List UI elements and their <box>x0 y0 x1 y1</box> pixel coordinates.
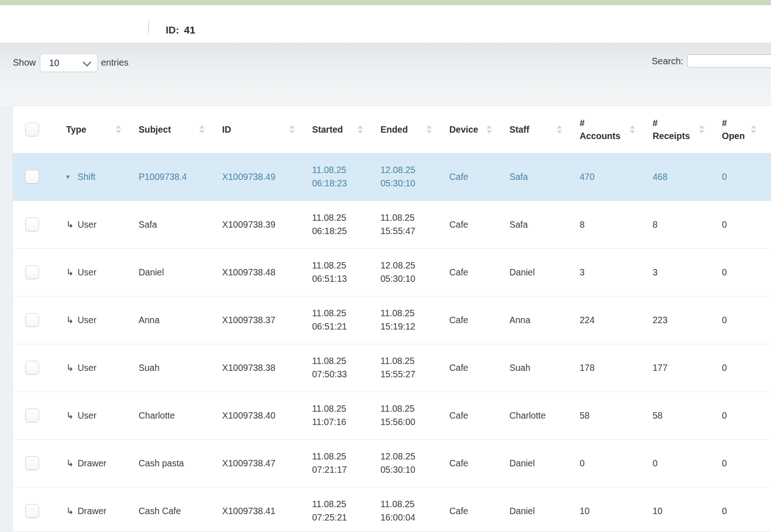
column-header-staff[interactable]: Staff <box>503 106 574 153</box>
column-header-started[interactable]: Started <box>306 106 374 153</box>
id-cell: X1009738.40 <box>216 392 306 439</box>
started-date: 11.08.25 <box>312 402 374 415</box>
column-header-accounts[interactable]: # Accounts <box>574 106 647 153</box>
started-date: 11.08.25 <box>312 498 374 511</box>
select-cell <box>13 392 60 439</box>
column-header-select <box>13 106 60 153</box>
header-separator <box>148 21 149 33</box>
started-date: 11.08.25 <box>312 354 374 368</box>
table-row[interactable]: UserSuahX1009738.3811.08.2507:50:3311.08… <box>13 344 771 392</box>
table-row[interactable]: ShiftP1009738.4X1009738.4911.08.2506:18:… <box>13 153 771 201</box>
row-checkbox[interactable] <box>25 409 39 422</box>
sort-icon[interactable] <box>289 125 295 134</box>
open-cell: 0 <box>716 248 771 296</box>
row-checkbox[interactable] <box>25 313 39 327</box>
type-cell: User <box>60 248 133 296</box>
row-checkbox[interactable] <box>25 170 39 184</box>
subject-cell: Safa <box>133 201 216 248</box>
ended-time: 16:00:04 <box>380 511 443 524</box>
branch-arrow-icon <box>66 410 78 421</box>
record-id-value: 41 <box>184 24 195 36</box>
column-header-id[interactable]: ID <box>216 106 306 153</box>
sort-icon[interactable] <box>486 125 492 134</box>
started-time: 06:18:23 <box>312 177 374 190</box>
started-cell: 11.08.2506:18:23 <box>306 153 374 201</box>
sort-icon[interactable] <box>630 125 635 134</box>
sort-icon[interactable] <box>699 125 704 134</box>
caret-down-icon[interactable] <box>66 173 78 181</box>
column-header-ended[interactable]: Ended <box>374 106 443 153</box>
column-header-open[interactable]: # Open <box>716 106 771 153</box>
ended-time: 15:55:27 <box>380 368 443 381</box>
sort-icon[interactable] <box>358 125 363 134</box>
sort-icon[interactable] <box>751 125 756 134</box>
id-cell: X1009738.38 <box>216 344 306 392</box>
table-row[interactable]: UserCharlotteX1009738.4011.08.2511:07:16… <box>13 392 771 439</box>
accounts-cell: 58 <box>574 392 647 439</box>
row-checkbox[interactable] <box>25 218 39 231</box>
type-label: User <box>78 363 96 373</box>
sort-down-arrow <box>630 130 635 134</box>
table-row[interactable]: DrawerCash CafeX1009738.4111.08.2507:25:… <box>13 487 771 532</box>
started-cell: 11.08.2506:51:21 <box>306 296 374 344</box>
sort-icon[interactable] <box>116 125 121 134</box>
subject-cell: Charlotte <box>133 392 216 439</box>
id-cell: X1009738.37 <box>216 296 306 344</box>
column-label: Staff <box>509 123 529 136</box>
id-cell: X1009738.48 <box>216 248 306 296</box>
search-input[interactable] <box>687 54 771 67</box>
branch-arrow-icon <box>66 267 78 278</box>
device-cell: Cafe <box>443 296 503 344</box>
type-label: User <box>78 267 96 277</box>
column-header-device[interactable]: Device <box>443 106 503 153</box>
sort-icon[interactable] <box>557 125 562 134</box>
table-row[interactable]: UserSafaX1009738.3911.08.2506:18:2511.08… <box>13 201 771 248</box>
row-checkbox[interactable] <box>25 361 39 375</box>
id-cell: X1009738.39 <box>216 201 306 248</box>
page-size-select[interactable]: 10 <box>40 54 98 72</box>
ended-time: 05:30:10 <box>380 177 443 190</box>
select-cell <box>13 248 60 296</box>
sort-icon[interactable] <box>426 125 432 134</box>
ended-date: 12.08.25 <box>380 163 443 177</box>
sort-icon[interactable] <box>199 125 205 134</box>
sort-up-arrow <box>426 125 432 129</box>
table-toolbar: Show 10 entries Search: <box>0 43 771 106</box>
open-cell: 0 <box>716 344 771 392</box>
table-row[interactable]: DrawerCash pastaX1009738.4711.08.2507:21… <box>13 439 771 487</box>
device-cell: Cafe <box>443 153 503 201</box>
column-header-type[interactable]: Type <box>60 106 133 153</box>
sort-down-arrow <box>289 130 295 134</box>
table-row[interactable]: UserDanielX1009738.4811.08.2506:51:1312.… <box>13 248 771 296</box>
receipts-cell: 0 <box>647 439 716 487</box>
sort-up-arrow <box>557 125 562 129</box>
ended-time: 15:19:12 <box>380 320 443 333</box>
header-band: ID: 41 <box>0 5 771 43</box>
device-cell: Cafe <box>443 392 503 439</box>
type-label: Drawer <box>78 458 106 468</box>
accounts-cell: 8 <box>574 201 647 248</box>
type-cell: Shift <box>60 153 133 201</box>
open-cell: 0 <box>716 439 771 487</box>
id-cell: X1009738.47 <box>216 439 306 487</box>
page-size-value: 10 <box>49 58 59 68</box>
table-card: TypeSubjectIDStartedEndedDeviceStaff# Ac… <box>12 106 771 532</box>
table-header-row: TypeSubjectIDStartedEndedDeviceStaff# Ac… <box>13 106 771 153</box>
row-checkbox[interactable] <box>25 504 39 518</box>
started-date: 11.08.25 <box>312 211 374 224</box>
device-cell: Cafe <box>443 248 503 296</box>
accounts-cell: 3 <box>574 248 647 296</box>
select-all-checkbox[interactable] <box>25 123 39 136</box>
sort-down-arrow <box>358 130 363 134</box>
ended-date: 12.08.25 <box>380 259 443 272</box>
row-checkbox[interactable] <box>25 456 39 470</box>
staff-cell: Safa <box>503 201 574 248</box>
row-checkbox[interactable] <box>25 265 39 279</box>
type-cell: User <box>60 392 133 439</box>
table-row[interactable]: UserAnnaX1009738.3711.08.2506:51:2111.08… <box>13 296 771 344</box>
subject-cell: Cash pasta <box>133 439 216 487</box>
column-header-receipts[interactable]: # Receipts <box>647 106 716 153</box>
search-label: Search: <box>652 56 683 66</box>
id-cell: X1009738.41 <box>216 487 306 532</box>
column-header-subject[interactable]: Subject <box>133 106 216 153</box>
